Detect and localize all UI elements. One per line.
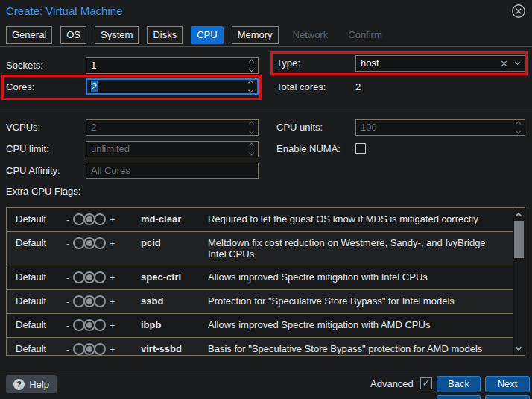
next-button[interactable]: Next bbox=[485, 376, 530, 392]
close-icon[interactable] bbox=[510, 3, 527, 19]
tab-cpu[interactable]: CPU bbox=[191, 26, 223, 44]
enable-numa-label: Enable NUMA: bbox=[276, 141, 341, 157]
tab-system[interactable]: System bbox=[95, 26, 139, 44]
cpu-limit-label: CPU limit: bbox=[6, 141, 49, 157]
spinner-up-icon[interactable] bbox=[249, 59, 254, 64]
dropdown-chevron-icon[interactable] bbox=[515, 60, 520, 65]
flag-description: Basis for "Speculative Store Bypass" pro… bbox=[208, 343, 525, 354]
flag-tristate-slider[interactable]: -+ bbox=[66, 271, 141, 283]
spinner-up-icon bbox=[516, 121, 521, 126]
tab-confirm: Confirm bbox=[342, 26, 388, 44]
spinner-down-icon bbox=[249, 150, 254, 155]
flag-tristate-slider[interactable]: -+ bbox=[66, 343, 141, 355]
spinner-down-icon[interactable] bbox=[249, 66, 254, 72]
partial-button bbox=[437, 395, 481, 399]
cpu-limit-spinner bbox=[250, 144, 253, 155]
tab-network: Network bbox=[287, 26, 335, 44]
vcpus-field: 2 bbox=[86, 119, 259, 136]
slider-on-option[interactable] bbox=[94, 213, 106, 225]
cpu-units-spinner bbox=[516, 122, 520, 133]
flag-row: Default -+ md-clear Required to let the … bbox=[7, 208, 525, 232]
flag-tristate-slider[interactable]: -+ bbox=[66, 295, 141, 307]
cpu-units-field: 100 bbox=[355, 119, 525, 136]
vcpus-spinner bbox=[250, 122, 253, 133]
vcpus-label: VCPUs: bbox=[6, 119, 40, 136]
cpu-units-label: CPU units: bbox=[276, 119, 323, 136]
spinner-up-icon bbox=[249, 121, 254, 126]
enable-numa-checkbox[interactable] bbox=[355, 143, 366, 154]
help-button[interactable]: ? Help bbox=[6, 375, 57, 393]
spinner-up-icon[interactable] bbox=[248, 80, 253, 85]
scrollbar-thumb[interactable] bbox=[514, 221, 524, 258]
slider-minus-label: - bbox=[66, 344, 69, 355]
flag-row: Default -+ ssbd Protection for "Speculat… bbox=[7, 290, 525, 314]
flag-name: ibpb bbox=[141, 319, 208, 331]
back-button[interactable]: Back bbox=[437, 376, 481, 392]
cores-field[interactable]: 2 bbox=[86, 78, 259, 95]
cpu-limit-field: unlimited bbox=[86, 141, 259, 157]
flag-row: Default -+ virt-ssbd Basis for "Speculat… bbox=[7, 338, 525, 356]
flag-tristate-slider[interactable]: -+ bbox=[66, 213, 141, 225]
cpu-flags-rows: Default -+ md-clear Required to let the … bbox=[7, 208, 525, 356]
flag-state-label: Default bbox=[7, 295, 66, 307]
slider-plus-label: + bbox=[110, 272, 115, 283]
sockets-label: Sockets: bbox=[6, 57, 43, 74]
spinner-down-icon[interactable] bbox=[248, 87, 253, 92]
slider-plus-label: + bbox=[110, 214, 115, 225]
flag-description: Required to let the guest OS know if MDS… bbox=[208, 213, 525, 224]
advanced-checkbox[interactable]: ✓ bbox=[420, 377, 432, 389]
help-icon: ? bbox=[13, 379, 25, 390]
extra-cpu-flags-label: Extra CPU Flags: bbox=[6, 183, 80, 200]
flag-name: md-clear bbox=[141, 213, 208, 225]
sockets-field[interactable]: 1 bbox=[86, 57, 259, 74]
tabs-separator bbox=[0, 46, 532, 47]
scroll-down-icon[interactable] bbox=[516, 345, 522, 351]
slider-on-option[interactable] bbox=[94, 295, 106, 307]
slider-plus-label: + bbox=[110, 320, 115, 331]
clear-icon[interactable]: ✕ bbox=[500, 59, 508, 69]
flag-tristate-slider[interactable]: -+ bbox=[66, 319, 141, 331]
sockets-spinner[interactable] bbox=[250, 60, 253, 72]
spinner-down-icon bbox=[516, 128, 521, 133]
dialog-title: Create: Virtual Machine bbox=[6, 4, 122, 17]
help-button-label: Help bbox=[29, 379, 49, 390]
cpu-flags-table: Default -+ md-clear Required to let the … bbox=[6, 207, 525, 356]
tab-disks[interactable]: Disks bbox=[147, 26, 183, 44]
slider-on-option[interactable] bbox=[94, 271, 106, 283]
tab-memory[interactable]: Memory bbox=[232, 26, 279, 44]
flag-description: Allows improved Spectre mitigation with … bbox=[208, 319, 525, 330]
slider-on-option[interactable] bbox=[94, 343, 106, 355]
flag-state-label: Default bbox=[7, 213, 66, 225]
cpu-affinity-field[interactable]: All Cores bbox=[86, 163, 259, 179]
advanced-label: Advanced bbox=[370, 378, 414, 389]
flag-description: Meltdown fix cost reduction on Westmere,… bbox=[208, 237, 525, 260]
slider-plus-label: + bbox=[110, 296, 115, 307]
flag-state-label: Default bbox=[7, 271, 66, 283]
flag-state-label: Default bbox=[7, 319, 66, 331]
slider-plus-label: + bbox=[110, 344, 115, 355]
total-cores-label: Total cores: bbox=[276, 79, 326, 95]
flag-tristate-slider[interactable]: -+ bbox=[66, 237, 141, 249]
footer-separator bbox=[0, 371, 532, 371]
scroll-up-icon[interactable] bbox=[516, 213, 522, 219]
slider-minus-label: - bbox=[66, 296, 69, 307]
slider-minus-label: - bbox=[66, 214, 69, 225]
flag-row: Default -+ pcid Meltdown fix cost reduct… bbox=[7, 232, 525, 266]
flag-row: Default -+ spec-ctrl Allows improved Spe… bbox=[7, 266, 525, 290]
tab-bar: GeneralOSSystemDisksCPUMemoryNetworkConf… bbox=[6, 26, 388, 44]
slider-minus-label: - bbox=[66, 272, 69, 283]
spinner-up-icon bbox=[249, 142, 254, 148]
type-field[interactable]: host ✕ bbox=[355, 55, 525, 72]
flag-name: pcid bbox=[141, 237, 208, 249]
cores-spinner[interactable] bbox=[249, 81, 253, 92]
spinner-down-icon bbox=[249, 128, 254, 133]
slider-on-option[interactable] bbox=[94, 237, 106, 249]
tab-os[interactable]: OS bbox=[60, 26, 86, 44]
flag-description: Protection for "Speculative Store Bypass… bbox=[208, 295, 525, 307]
flag-row: Default -+ ibpb Allows improved Spectre … bbox=[7, 314, 525, 338]
scrollbar[interactable] bbox=[513, 208, 525, 355]
tab-general[interactable]: General bbox=[6, 26, 52, 44]
type-label: Type: bbox=[276, 55, 300, 72]
section-separator bbox=[0, 113, 532, 113]
slider-on-option[interactable] bbox=[94, 319, 106, 331]
